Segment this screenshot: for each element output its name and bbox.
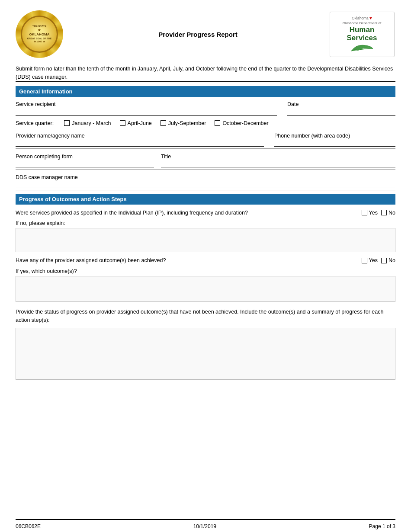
dhs-leaf-icon [349,43,375,53]
q1-sub-label: If no, please explain: [16,220,395,226]
question-1-text: Were services provided as specified in t… [16,209,357,217]
general-info-section: Service recipient Date Service quarter: … [16,97,395,190]
date-field: Date [287,101,395,116]
person-title-row: Person completing form Title [16,149,395,170]
date-line [287,108,395,116]
q3-progress-box[interactable] [16,328,395,380]
person-line [16,160,154,167]
quarter-july-september: July-September [161,120,206,126]
checkbox-april-june[interactable] [120,120,125,126]
dhs-heart-icon: ♥ [369,16,372,20]
q1-yes-checkbox: Yes [362,210,378,216]
dhs-ok-label: Oklahoma [352,16,369,20]
provider-name-field: Provider name/agency name [16,132,264,147]
quarter-october-december: October-December [215,120,268,126]
checkbox-october-december[interactable] [215,120,220,126]
person-field: Person completing form [16,153,154,167]
quarter-april-june: April-June [120,120,152,126]
provider-phone-row: Provider name/agency name Phone number (… [16,128,395,149]
checkbox-jan-march[interactable] [64,120,70,126]
dhs-dept-label: Oklahoma Department of [343,21,381,25]
oklahoma-seal-logo: THE STATE ★ OKLAHOMA GREAT SEAL OF THE ★… [16,10,67,58]
footer-form-number: 06CB062E [16,523,41,529]
progress-section: Were services provided as specified in t… [16,205,395,387]
dhs-human-label: Human [350,26,375,33]
phone-line [274,139,395,147]
q2-yes-box[interactable] [362,258,367,263]
footer-page: Page 1 of 3 [369,523,395,529]
provider-name-line [16,139,264,147]
phone-field: Phone number (with area code) [274,132,395,147]
footer-date: 10/1/2019 [193,523,216,529]
q2-outcomes-box[interactable] [16,276,395,302]
q2-no-box[interactable] [381,258,387,263]
footer: 06CB062E 10/1/2019 Page 1 of 3 [16,519,395,532]
dds-manager-line [16,180,395,188]
checkbox-july-september[interactable] [161,120,166,126]
question-3-text: Provide the status of progress on provid… [16,308,395,324]
service-recipient-row: Service recipient Date [16,101,395,116]
dhs-services-label: Services [347,34,377,42]
progress-section-header: Progress of Outcomes and Action Steps [16,194,395,205]
q2-no-checkbox: No [381,257,395,263]
title-field: Title [161,153,395,167]
q1-yes-no: Yes No [362,209,395,216]
header: THE STATE ★ OKLAHOMA GREAT SEAL OF THE ★… [16,10,395,58]
dhs-logo-box: Oklahoma ♥ Oklahoma Department of Human … [330,12,395,57]
service-recipient-field: Service recipient [16,101,277,116]
service-quarter-row: Service quarter: January - March April-J… [16,117,395,128]
service-recipient-line [16,108,277,116]
title-line [161,160,395,167]
q1-yes-box[interactable] [362,210,367,215]
dds-case-manager-row: DDS case manager name [16,170,395,190]
question-1-row: Were services provided as specified in t… [16,209,395,217]
page: THE STATE ★ OKLAHOMA GREAT SEAL OF THE ★… [0,0,411,532]
general-info-header: General Information [16,86,395,97]
q2-yes-no: Yes No [362,256,395,263]
dhs-logo: Oklahoma ♥ Oklahoma Department of Human … [328,10,395,58]
q1-no-checkbox: No [381,210,395,216]
question-2-row: Have any of the provider assigned outcom… [16,256,395,265]
q2-sub-label: If yes, which outcome(s)? [16,268,395,274]
instruction-text: Submit form no later than the tenth of t… [16,65,395,82]
quarter-jan-march: January - March [64,120,111,126]
question-2-text: Have any of the provider assigned outcom… [16,256,357,265]
q1-explain-box[interactable] [16,228,395,252]
question-3-row: Provide the status of progress on provid… [16,308,395,324]
q2-yes-checkbox: Yes [362,257,378,263]
header-title: Provider Progress Report [67,31,328,38]
q1-no-box[interactable] [381,210,387,215]
